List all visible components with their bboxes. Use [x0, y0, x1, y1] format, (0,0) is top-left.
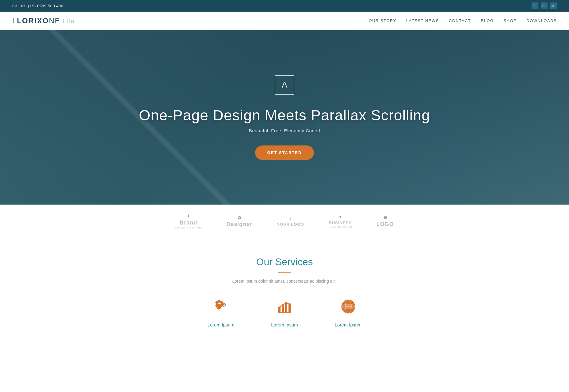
service-item-1: Lorem Ipsum	[208, 299, 235, 327]
svg-point-24	[282, 304, 283, 306]
service-label-3: Lorem Ipsum	[335, 322, 362, 327]
partner-logo[interactable]: ✸ LOGO	[376, 215, 394, 228]
your-logo-name: YOUR LOGO	[277, 222, 304, 227]
svg-rect-9	[220, 306, 222, 307]
business-name: BUSINESS	[329, 221, 352, 225]
services-divider	[278, 272, 291, 273]
partner-designer[interactable]: ✿ Designer	[226, 215, 252, 228]
business-sub: Company Slogan	[329, 225, 352, 228]
main-nav: OUR STORY LATEST NEWS CONTACT BLOG SHOP …	[369, 18, 557, 23]
partner-business[interactable]: ✦ BUSINESS Company Slogan	[329, 214, 352, 228]
get-started-button[interactable]: GET STARTED	[255, 145, 314, 160]
svg-point-26	[289, 303, 290, 305]
nav-contact[interactable]: CONTACT	[449, 18, 471, 23]
social-icons-group: f t ✉	[532, 2, 557, 9]
site-logo[interactable]: LlorixOne Lite	[12, 16, 74, 25]
service-item-2: Lorem Ipsum	[271, 299, 298, 327]
svg-rect-22	[278, 312, 291, 313]
service-label-1: Lorem Ipsum	[208, 322, 235, 327]
nav-latest-news[interactable]: LATEST NEWS	[406, 18, 439, 23]
svg-text:t: t	[542, 4, 543, 8]
designer-icon: ✿	[237, 215, 241, 221]
services-section: Our Services Lorem ipsum dolor sit amet,…	[0, 238, 569, 340]
logo-name: LOGO	[376, 221, 394, 228]
logo-part1: LlorixOne	[12, 17, 60, 25]
business-icon: ✦	[338, 214, 342, 220]
phone-number: Call us: (+9) 0999.500.400	[12, 4, 63, 8]
hero-content: Λ One-Page Design Meets Parallax Scrolli…	[139, 75, 430, 160]
brand-name: Brand	[180, 220, 197, 226]
svg-point-13	[223, 304, 225, 306]
chart-bar-icon	[277, 299, 292, 317]
svg-rect-15	[223, 306, 224, 307]
hero-logo-icon: Λ	[275, 75, 294, 95]
svg-rect-16	[222, 304, 223, 305]
svg-rect-14	[223, 303, 224, 304]
gear-icon	[213, 299, 228, 317]
email-icon[interactable]: ✉	[550, 2, 557, 9]
your-logo-icon: ♪	[289, 216, 292, 221]
svg-text:f: f	[533, 4, 535, 8]
brand-sub: Company logo here	[175, 226, 202, 229]
service-item-3: Lorem Ipsum	[335, 299, 362, 327]
svg-text:✉: ✉	[552, 5, 554, 8]
nav-shop[interactable]: SHOP	[503, 18, 517, 23]
svg-point-23	[278, 307, 280, 308]
hero-icon-letter: Λ	[282, 80, 288, 90]
partner-your-logo[interactable]: ♪ YOUR LOGO	[277, 216, 304, 227]
services-description: Lorem ipsum dolor sit amet, consectetur …	[12, 279, 557, 284]
hero-section: Λ One-Page Design Meets Parallax Scrolli…	[0, 30, 569, 205]
svg-rect-6	[219, 303, 220, 305]
svg-point-25	[285, 302, 287, 304]
brand-icon: ✦	[186, 213, 190, 219]
partners-bar: ✦ Brand Company logo here ✿ Designer ♪ Y…	[0, 205, 569, 238]
globe-icon	[341, 299, 356, 317]
twitter-icon[interactable]: t	[541, 2, 548, 9]
facebook-icon[interactable]: f	[532, 2, 538, 9]
hero-subtitle: Beautiful, Free, Elegantly Coded	[139, 128, 430, 133]
header: LlorixOne Lite OUR STORY LATEST NEWS CON…	[0, 12, 569, 30]
svg-rect-8	[216, 306, 217, 307]
service-label-2: Lorem Ipsum	[271, 322, 298, 327]
nav-our-story[interactable]: OUR STORY	[369, 18, 396, 23]
designer-name: Designer	[226, 221, 252, 228]
top-bar: Call us: (+9) 0999.500.400 f t ✉	[0, 0, 569, 12]
services-grid: Lorem Ipsum	[12, 299, 557, 327]
svg-point-5	[218, 306, 220, 307]
services-title: Our Services	[12, 256, 557, 268]
logo-part2: Lite	[60, 17, 75, 25]
nav-blog[interactable]: BLOG	[481, 18, 494, 23]
nav-downloads[interactable]: DOWNLOADS	[526, 18, 557, 23]
hero-title: One-Page Design Meets Parallax Scrolling	[139, 107, 430, 124]
logo-star-icon: ✸	[383, 215, 387, 221]
partner-brand[interactable]: ✦ Brand Company logo here	[175, 213, 202, 229]
svg-rect-17	[225, 304, 226, 305]
svg-rect-7	[219, 308, 220, 310]
